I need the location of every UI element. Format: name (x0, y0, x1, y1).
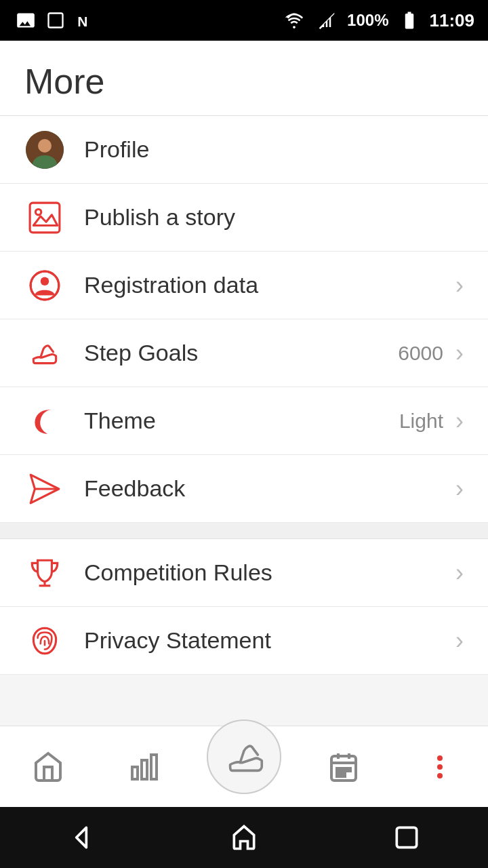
step-goals-chevron: › (455, 339, 464, 368)
status-time: 11:09 (430, 10, 475, 31)
android-navigation-bar (0, 807, 488, 868)
menu-section-1: Profile Publish a story (0, 116, 488, 523)
feedback-label: Feedback (84, 475, 450, 502)
svg-point-6 (35, 209, 41, 214)
registration-data-menu-item[interactable]: Registration data › (0, 252, 488, 319)
android-back-button[interactable] (54, 817, 108, 858)
publish-story-menu-item[interactable]: Publish a story (0, 184, 488, 252)
profile-menu-item[interactable]: Profile (0, 116, 488, 184)
step-goals-menu-item[interactable]: Step Goals 6000 › (0, 319, 488, 387)
svg-rect-22 (337, 768, 340, 771)
svg-rect-25 (337, 774, 340, 776)
page-title: More (0, 41, 488, 115)
profile-label: Profile (84, 136, 464, 163)
svg-rect-23 (342, 768, 345, 771)
registration-data-label: Registration data (84, 272, 450, 298)
menu-section-2: Competition Rules › Privacy Statement › (0, 539, 488, 675)
svg-rect-17 (151, 755, 157, 779)
photo-notification-icon (14, 8, 38, 33)
android-home-button[interactable] (217, 817, 271, 858)
feedback-icon (24, 469, 65, 509)
svg-text:N: N (77, 14, 87, 29)
nav-home[interactable] (14, 751, 82, 783)
svg-rect-16 (142, 760, 147, 779)
n-notification-icon: N (73, 8, 98, 33)
nav-calendar[interactable] (310, 751, 378, 783)
competition-rules-menu-item[interactable]: Competition Rules › (0, 539, 488, 607)
nav-more-button[interactable] (406, 755, 474, 778)
registration-data-chevron: › (455, 271, 464, 300)
status-bar-left: N (14, 8, 98, 33)
step-goals-label: Step Goals (84, 340, 398, 366)
signal-blocked-icon (314, 8, 339, 33)
svg-rect-28 (396, 827, 416, 847)
wifi-icon (282, 8, 306, 33)
privacy-statement-icon (24, 620, 65, 661)
nav-run-button[interactable] (207, 719, 281, 794)
battery-text: 100% (347, 11, 388, 30)
theme-chevron: › (455, 407, 464, 435)
profile-avatar-icon (24, 130, 65, 170)
svg-point-3 (38, 139, 52, 153)
registration-data-icon (24, 265, 65, 306)
bottom-navigation (0, 726, 488, 807)
status-bar: N 100% 11:09 (0, 0, 488, 41)
avatar (26, 131, 64, 169)
privacy-statement-label: Privacy Statement (84, 627, 450, 654)
svg-rect-24 (348, 768, 350, 771)
main-content: More Profile (0, 41, 488, 675)
nav-stats[interactable] (110, 751, 178, 783)
svg-rect-5 (30, 203, 60, 233)
section-gap (0, 523, 488, 539)
theme-value: Light (399, 410, 443, 433)
competition-rules-label: Competition Rules (84, 559, 450, 586)
competition-rules-chevron: › (455, 559, 464, 587)
privacy-statement-menu-item[interactable]: Privacy Statement › (0, 607, 488, 675)
competition-rules-icon (24, 553, 65, 593)
publish-story-icon (24, 197, 65, 238)
publish-story-label: Publish a story (84, 204, 464, 231)
theme-label: Theme (84, 408, 399, 434)
square-notification-icon (43, 8, 68, 33)
privacy-statement-chevron: › (455, 627, 464, 655)
svg-rect-15 (132, 767, 138, 779)
step-goals-value: 6000 (398, 342, 443, 365)
theme-menu-item[interactable]: Theme Light › (0, 387, 488, 455)
svg-point-8 (41, 277, 49, 285)
svg-marker-27 (77, 827, 87, 847)
battery-icon (397, 8, 422, 33)
feedback-chevron: › (455, 475, 464, 503)
feedback-menu-item[interactable]: Feedback › (0, 455, 488, 523)
step-goals-icon (24, 333, 65, 374)
svg-rect-0 (49, 14, 63, 28)
android-recents-button[interactable] (380, 817, 434, 858)
theme-icon (24, 401, 65, 441)
svg-rect-26 (342, 774, 345, 776)
more-dots-icon (437, 755, 443, 778)
